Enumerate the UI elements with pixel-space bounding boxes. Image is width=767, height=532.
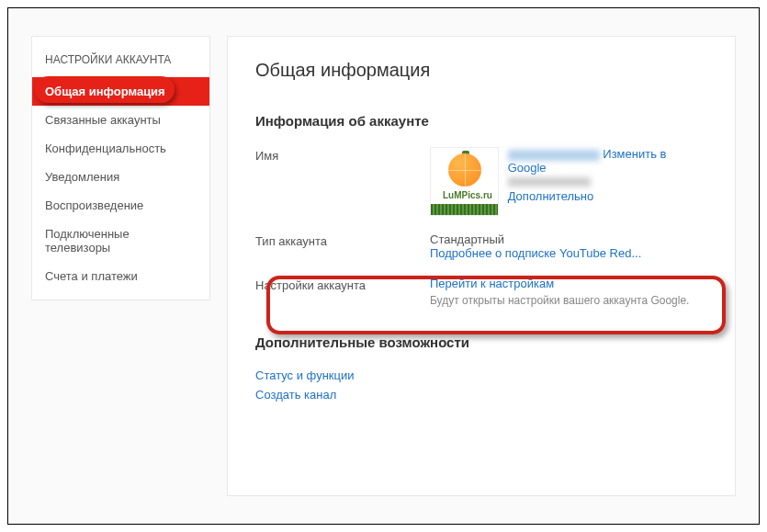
name-value: LuMPics.ru Изменить в Google Дополнитель… xyxy=(430,147,707,216)
sidebar-item-privacy[interactable]: Конфиденциальность xyxy=(32,134,209,163)
main-panel: Общая информация Информация об аккаунте … xyxy=(227,36,736,496)
sidebar-item-notifications[interactable]: Уведомления xyxy=(32,163,209,191)
settings-helper: Будут открыты настройки вашего аккаунта … xyxy=(430,294,707,307)
more-link[interactable]: Дополнительно xyxy=(508,189,594,203)
avatar-watermark: LuMPics.ru xyxy=(443,190,492,200)
sidebar-item-billing[interactable]: Счета и платежи xyxy=(32,262,209,290)
sidebar-title: НАСТРОЙКИ АККАУНТА xyxy=(32,37,209,77)
go-to-settings-link[interactable]: Перейти к настройкам xyxy=(430,277,554,290)
create-channel-link[interactable]: Создать канал xyxy=(255,388,707,402)
sidebar-item-playback[interactable]: Воспроизведение xyxy=(32,191,209,220)
settings-label: Настройки аккаунта xyxy=(255,277,430,292)
sidebar-item-linked[interactable]: Связанные аккаунты xyxy=(32,106,209,134)
sidebar-item-label: Общая информация xyxy=(45,85,165,98)
avatar: LuMPics.ru xyxy=(430,147,499,216)
settings-value: Перейти к настройкам Будут открыты настр… xyxy=(430,277,707,307)
type-text: Стандартный xyxy=(430,232,504,246)
sidebar-item-label: Подключенные телевизоры xyxy=(45,227,130,255)
type-value: Стандартный Подробнее о подписке YouTube… xyxy=(430,232,707,260)
features-heading: Дополнительные возможности xyxy=(255,334,707,350)
settings-row: Настройки аккаунта Перейти к настройкам … xyxy=(255,277,707,307)
type-label: Тип аккаунта xyxy=(255,232,430,248)
sidebar-item-general[interactable]: Общая информация xyxy=(32,77,209,106)
sidebar-item-label: Воспроизведение xyxy=(45,198,143,212)
blurred-email xyxy=(508,177,591,187)
sidebar-item-tvs[interactable]: Подключенные телевизоры xyxy=(32,220,209,262)
status-features-link[interactable]: Статус и функции xyxy=(255,368,707,382)
sidebar-item-label: Уведомления xyxy=(45,170,119,184)
sidebar-item-label: Связанные аккаунты xyxy=(45,113,161,127)
youtube-red-link[interactable]: Подробнее о подписке YouTube Red... xyxy=(430,246,641,260)
blurred-name xyxy=(508,150,600,161)
sidebar-item-label: Конфиденциальность xyxy=(45,141,166,155)
type-row: Тип аккаунта Стандартный Подробнее о под… xyxy=(255,232,707,260)
sidebar-item-label: Счета и платежи xyxy=(45,269,138,283)
sidebar: НАСТРОЙКИ АККАУНТА Общая информация Связ… xyxy=(31,36,210,300)
name-label: Имя xyxy=(255,147,430,163)
account-info-heading: Информация об аккаунте xyxy=(255,113,707,129)
name-row: Имя LuMPics.ru Изменить в Google Дополни… xyxy=(255,147,707,216)
page-title: Общая информация xyxy=(255,60,707,81)
